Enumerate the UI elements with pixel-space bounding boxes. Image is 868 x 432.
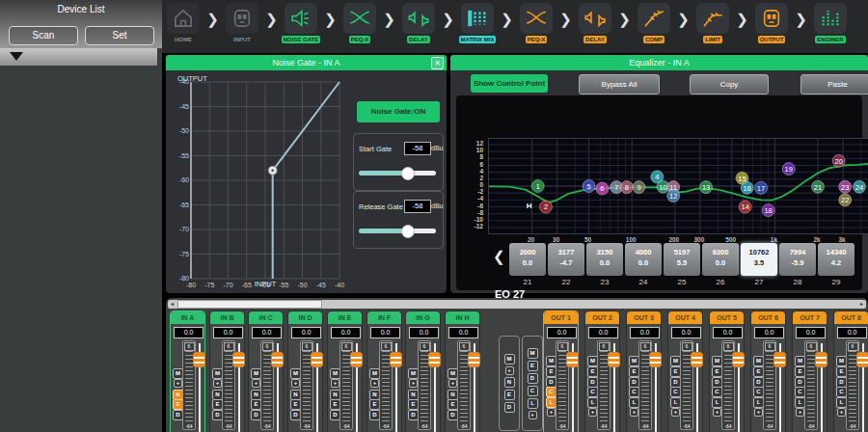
eq-point-20[interactable]: 20 (832, 154, 845, 167)
eq-point-19[interactable]: 19 (782, 163, 795, 176)
strip-button-plus[interactable]: + (252, 379, 260, 388)
master-button-plus[interactable]: + (505, 366, 514, 375)
strip-tab[interactable]: IN B (210, 311, 244, 324)
fader-handle[interactable] (193, 352, 205, 367)
strip-button-plus[interactable]: + (291, 379, 300, 388)
eq-point-13[interactable]: 13 (700, 181, 713, 194)
strip-button-plus[interactable]: + (213, 379, 222, 388)
strip-tab[interactable]: IN A (171, 311, 204, 324)
eq-band-cell-28[interactable]: 7994-5.9 (779, 243, 816, 276)
strip-button-plus[interactable]: + (331, 379, 339, 388)
toolbar-item-peq-x[interactable]: PEQ-X (339, 3, 381, 43)
strip-tab[interactable]: IN G (406, 311, 440, 324)
toolbar-tile[interactable] (402, 3, 435, 34)
strip-in-c[interactable]: IN C0.0M+NED6-64 (248, 310, 284, 432)
strip-tab[interactable]: OUT 5 (710, 311, 744, 324)
eq-point-1[interactable]: 1 (531, 180, 544, 193)
strip-gain-value[interactable]: 0.0 (252, 327, 282, 338)
fader-handle[interactable] (390, 352, 402, 367)
strip-button-plus[interactable]: + (448, 379, 457, 388)
toolbar-item-noise-gate[interactable]: NOISE GATE (280, 3, 322, 43)
master-button-m[interactable]: M (528, 348, 538, 359)
strip-gain-value[interactable]: 0.0 (291, 327, 321, 338)
toolbar-item-limit[interactable]: LIMIT (692, 3, 734, 43)
strip-in-f[interactable]: IN F0.0M+NED6-64 (366, 310, 402, 432)
strip-tab[interactable]: IN E (328, 311, 362, 324)
toolbar-item-output[interactable]: OUTPUT (750, 3, 793, 43)
eq-point-23[interactable]: 23 (839, 180, 852, 193)
strip-gain-value[interactable]: 0.0 (174, 327, 203, 338)
toolbar-item-delay[interactable]: DELAY (397, 3, 440, 43)
strip-tab[interactable]: IN F (367, 311, 401, 324)
strip-button-plus[interactable]: + (174, 379, 182, 388)
eq-point-24[interactable]: 24 (854, 180, 866, 193)
toolbar-tile[interactable] (520, 3, 553, 34)
strip-gain-value[interactable]: 0.0 (547, 327, 577, 338)
fader-handle[interactable] (468, 352, 480, 367)
strip-gain-value[interactable]: 0.0 (630, 327, 660, 338)
fader-handle[interactable] (649, 352, 662, 367)
start-gate-value[interactable]: -58 (404, 142, 431, 155)
strip-tab[interactable]: IN C (249, 311, 283, 324)
eq-point-16[interactable]: 16 (741, 181, 753, 194)
toolbar-item-input[interactable]: INPUT (221, 3, 263, 43)
master-button-e[interactable]: E (528, 361, 538, 371)
bypass-all-button[interactable]: Bypass All (579, 74, 660, 94)
toolbar-tile[interactable] (167, 3, 200, 34)
eq-band-cell-21[interactable]: 20000.0 (509, 243, 546, 276)
strip-gain-value[interactable]: 0.0 (837, 327, 867, 338)
eq-point-6[interactable]: 6 (596, 182, 609, 195)
scrollbar-thumb[interactable] (177, 300, 322, 309)
copy-button[interactable]: Copy (690, 74, 769, 94)
master-button-c[interactable]: C (528, 386, 538, 396)
eq-point-18[interactable]: 18 (762, 204, 774, 217)
paste-button[interactable]: Paste (800, 74, 868, 94)
strip-out-8[interactable]: OUT 80.0MEDCL+6-64 (833, 310, 868, 432)
eq-point-22[interactable]: 22 (839, 194, 852, 206)
eq-point-5[interactable]: 5 (583, 180, 595, 193)
strip-gain-value[interactable]: 0.0 (409, 327, 439, 338)
eq-point-9[interactable]: 9 (633, 181, 645, 194)
strip-gain-value[interactable]: 0.0 (713, 327, 743, 338)
toolbar-tile[interactable] (814, 3, 847, 34)
fader-handle[interactable] (773, 352, 786, 367)
eq-band-cell-24[interactable]: 40000.0 (625, 243, 662, 276)
scan-button[interactable]: Scan (9, 26, 78, 45)
toolbar-item-peq-x[interactable]: PEQ-X (515, 3, 557, 43)
master-button-l[interactable]: L (528, 398, 538, 409)
strip-tab[interactable]: OUT 3 (627, 311, 661, 324)
toolbar-item-enginer[interactable]: ENGINER (809, 3, 852, 43)
toolbar-item-matrix-mix[interactable]: MATRIX MIX (456, 3, 499, 43)
strip-in-d[interactable]: IN D0.0M+NED6-64 (287, 310, 323, 432)
strip-gain-value[interactable]: 0.0 (448, 327, 478, 338)
eq-band-cell-27[interactable]: 107623.5 (741, 243, 777, 276)
strip-button-plus[interactable]: + (547, 408, 556, 417)
fader-handle[interactable] (271, 352, 284, 367)
strip-button-plus[interactable]: + (370, 379, 379, 388)
scroll-left-icon[interactable]: ◂ (168, 300, 176, 309)
master-button-e[interactable]: E (504, 390, 515, 400)
release-gate-value[interactable]: -58 (404, 200, 431, 213)
toolbar-tile[interactable] (343, 3, 376, 34)
fader-handle[interactable] (856, 352, 868, 367)
expander-triangle-icon[interactable] (10, 52, 23, 61)
strip-gain-value[interactable]: 0.0 (754, 327, 784, 338)
set-button[interactable]: Set (85, 26, 154, 45)
strip-gain-value[interactable]: 0.0 (331, 327, 361, 338)
strip-out-3[interactable]: OUT 30.0MEDCL+6-64 (626, 310, 662, 432)
fader-handle[interactable] (608, 352, 620, 367)
strip-gain-value[interactable]: 0.0 (796, 327, 826, 338)
strip-tab[interactable]: IN D (288, 311, 322, 324)
fader-handle[interactable] (311, 352, 323, 367)
strip-gain-value[interactable]: 0.0 (370, 327, 400, 338)
strip-gain-value[interactable]: 0.0 (588, 327, 618, 338)
strip-in-g[interactable]: IN G0.0M+NED6-64 (405, 310, 441, 432)
eq-point-14[interactable]: 14 (739, 201, 751, 213)
toolbar-tile[interactable] (696, 3, 729, 34)
eq-h-marker[interactable]: H (527, 202, 532, 210)
toolbar-tile[interactable] (285, 3, 317, 34)
strip-tab[interactable]: OUT 8 (834, 311, 868, 324)
gate-threshold-handle[interactable] (268, 166, 277, 175)
noise-gate-on-button[interactable]: Noise Gate:ON (357, 101, 440, 122)
start-gate-slider[interactable] (359, 171, 436, 176)
